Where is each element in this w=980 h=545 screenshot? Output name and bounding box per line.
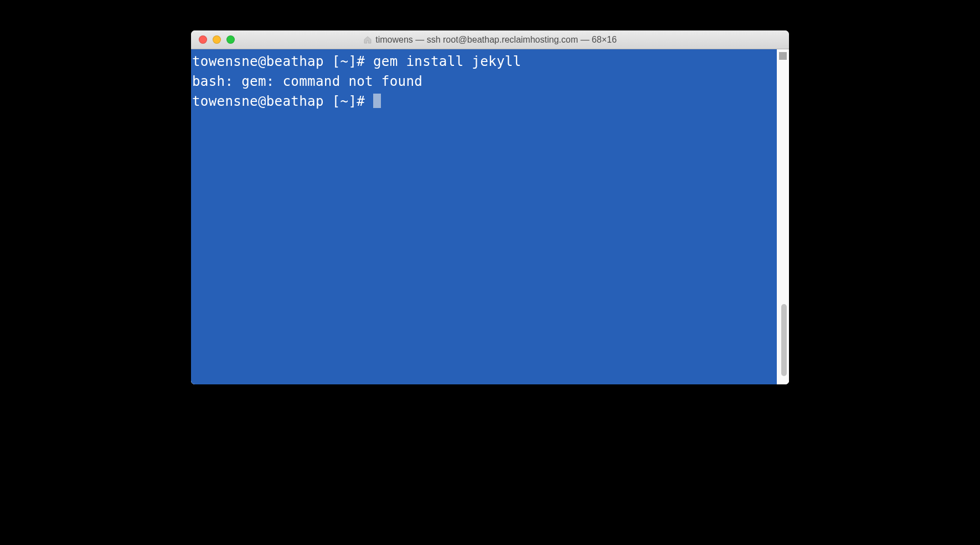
scrollbar-track[interactable]: [777, 49, 789, 384]
terminal-cursor: [373, 94, 381, 108]
terminal-window: timowens — ssh root@beathap.reclaimhosti…: [191, 30, 789, 384]
traffic-lights: [191, 35, 235, 44]
terminal-prompt: towensne@beathap [~]#: [192, 54, 373, 69]
window-title: timowens — ssh root@beathap.reclaimhosti…: [375, 35, 617, 45]
terminal-wrap: towensne@beathap [~]# gem install jekyll…: [191, 49, 789, 384]
terminal-body[interactable]: towensne@beathap [~]# gem install jekyll…: [191, 49, 777, 384]
minimize-button[interactable]: [213, 35, 221, 44]
close-button[interactable]: [199, 35, 207, 44]
terminal-prompt: towensne@beathap [~]#: [192, 94, 373, 109]
scrollbar-thumb[interactable]: [781, 304, 787, 376]
home-icon: [363, 35, 372, 44]
terminal-output: bash: gem: command not found: [192, 74, 422, 89]
window-title-bar[interactable]: timowens — ssh root@beathap.reclaimhosti…: [191, 30, 789, 49]
title-content: timowens — ssh root@beathap.reclaimhosti…: [191, 35, 789, 45]
zoom-button[interactable]: [226, 35, 235, 44]
scroll-indicator-icon: [779, 52, 787, 60]
terminal-command: gem install jekyll: [373, 54, 522, 69]
